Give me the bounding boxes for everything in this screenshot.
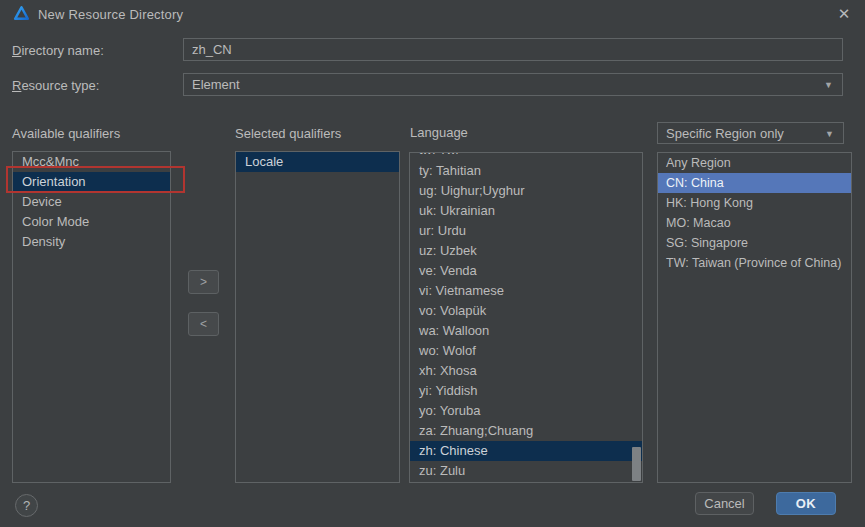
language-label: Language (410, 125, 468, 140)
language-item[interactable]: wa: Walloon (410, 321, 642, 341)
language-item[interactable]: zh: Chinese (410, 441, 642, 461)
move-left-button[interactable]: < (188, 312, 219, 336)
selected-qualifier-item[interactable]: Locale (236, 152, 399, 172)
help-button[interactable]: ? (15, 494, 38, 517)
language-item[interactable]: za: Zhuang;Chuang (410, 421, 642, 441)
region-item[interactable]: Any Region (658, 153, 851, 173)
scrollbar-thumb[interactable] (632, 447, 641, 481)
region-item[interactable]: HK: Hong Kong (658, 193, 851, 213)
region-item[interactable]: CN: China (658, 173, 851, 193)
chevron-down-icon: ▼ (824, 75, 833, 96)
selected-qualifiers-label: Selected qualifiers (235, 126, 341, 141)
available-qualifiers-label: Available qualifiers (12, 126, 120, 141)
move-right-button[interactable]: > (188, 270, 219, 294)
region-item[interactable]: MO: Macao (658, 213, 851, 233)
available-qualifier-item[interactable]: Device (13, 192, 170, 212)
language-item-partial[interactable]: tw: Twi (410, 153, 642, 161)
region-item[interactable]: TW: Taiwan (Province of China) (658, 253, 851, 273)
cancel-button[interactable]: Cancel (695, 492, 754, 515)
language-item[interactable]: xh: Xhosa (410, 361, 642, 381)
region-item[interactable]: SG: Singapore (658, 233, 851, 253)
available-qualifier-item[interactable]: Mcc&Mnc (13, 152, 170, 172)
resource-type-label: Resource type: (12, 78, 99, 93)
available-qualifier-item[interactable]: Orientation (13, 172, 170, 192)
available-qualifier-item[interactable]: Color Mode (13, 212, 170, 232)
titlebar: New Resource Directory ✕ (0, 0, 865, 27)
language-item[interactable]: yo: Yoruba (410, 401, 642, 421)
language-item[interactable]: yi: Yiddish (410, 381, 642, 401)
new-resource-directory-dialog: New Resource Directory ✕ Directory name:… (0, 0, 865, 527)
language-item[interactable]: uz: Uzbek (410, 241, 642, 261)
language-item[interactable]: ve: Venda (410, 261, 642, 281)
region-filter-combobox[interactable]: Specific Region only ▼ (657, 122, 844, 144)
language-item[interactable]: ty: Tahitian (410, 161, 642, 181)
directory-name-label: Directory name: (12, 43, 104, 58)
resource-type-value: Element (192, 77, 240, 92)
directory-name-input[interactable]: zh_CN (183, 38, 843, 61)
language-item[interactable]: vo: Volapük (410, 301, 642, 321)
close-icon[interactable]: ✕ (834, 4, 854, 24)
available-qualifiers-list: Mcc&MncOrientationDeviceColor ModeDensit… (12, 151, 171, 483)
chevron-down-icon: ▼ (825, 124, 834, 145)
language-item[interactable]: ur: Urdu (410, 221, 642, 241)
region-filter-value: Specific Region only (666, 126, 784, 141)
language-list: tw: Twi ty: Tahitianug: Uighur;Uyghuruk:… (409, 152, 643, 483)
language-item[interactable]: uk: Ukrainian (410, 201, 642, 221)
selected-qualifiers-list: Locale (235, 151, 400, 483)
language-item[interactable]: ug: Uighur;Uyghur (410, 181, 642, 201)
dialog-title: New Resource Directory (38, 7, 183, 22)
available-qualifier-item[interactable]: Density (13, 232, 170, 252)
region-list: Any RegionCN: ChinaHK: Hong KongMO: Maca… (657, 152, 852, 483)
ok-button[interactable]: OK (776, 492, 836, 515)
deveco-logo-icon (13, 5, 30, 22)
resource-type-combobox[interactable]: Element ▼ (183, 73, 843, 96)
language-item[interactable]: wo: Wolof (410, 341, 642, 361)
language-item[interactable]: vi: Vietnamese (410, 281, 642, 301)
language-item[interactable]: zu: Zulu (410, 461, 642, 481)
